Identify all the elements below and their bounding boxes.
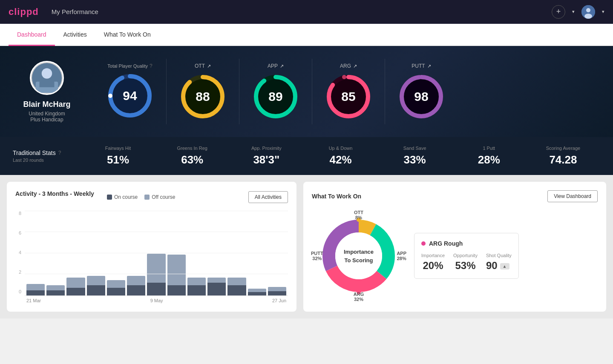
- shot-quality-badge: ▲: [500, 263, 509, 269]
- add-dropdown-arrow[interactable]: ▾: [572, 9, 575, 14]
- putt-segment-label: PUTT 32%: [311, 251, 323, 261]
- bar-on: [248, 292, 266, 295]
- score-block-arg: ARG ↗ 85: [312, 59, 385, 124]
- add-button[interactable]: +: [552, 5, 565, 19]
- bar-off: [127, 276, 145, 285]
- scores-section: Total Player Quality ? 94 OTT ↗: [94, 59, 600, 124]
- info-stat-shot-quality: Shot Quality 90 ▲: [486, 253, 512, 272]
- all-activities-button[interactable]: All Activities: [248, 191, 288, 203]
- bar-on: [127, 285, 145, 295]
- wtw-panel: What To Work On View Dashboard: [303, 182, 606, 312]
- activity-header: Activity - 3 Months - Weekly On course O…: [15, 190, 288, 204]
- svg-point-32: [389, 254, 393, 258]
- bar-on: [26, 290, 45, 295]
- info-card-title: ARG Rough: [421, 240, 512, 247]
- header-actions: + ▾ ▾: [552, 5, 604, 19]
- bar-on: [207, 283, 226, 295]
- bar-off: [248, 289, 266, 292]
- svg-rect-6: [40, 80, 55, 87]
- legend-on-course: On course: [107, 194, 138, 200]
- bar-off: [87, 276, 105, 285]
- chart-main: 21 Mar 9 May 27 Jun: [25, 211, 288, 303]
- stat-fairways-hit: Fairways Hit 51%: [81, 146, 155, 166]
- bar-group-5: [107, 280, 125, 295]
- bars-container: [25, 211, 288, 296]
- svg-point-25: [400, 95, 404, 99]
- bar-on: [167, 285, 186, 295]
- app-logo: clippd: [9, 6, 39, 17]
- tab-activities[interactable]: Activities: [55, 24, 95, 46]
- user-avatar[interactable]: [581, 5, 595, 19]
- player-avatar: [30, 61, 64, 95]
- stat-greens-in-reg: Greens In Reg 63%: [155, 146, 229, 166]
- wtw-content: ImportanceTo Scoring OTT 8% APP 28% ARG …: [312, 209, 598, 303]
- bar-on: [107, 288, 125, 295]
- svg-point-1: [586, 8, 590, 12]
- grid-line-8: [25, 211, 288, 211]
- tab-what-to-work-on[interactable]: What To Work On: [95, 24, 159, 46]
- arg-label: ARG ↗: [340, 63, 357, 69]
- bar-group-7: [147, 254, 165, 295]
- view-dashboard-button[interactable]: View Dashboard: [547, 190, 598, 202]
- ott-label: OTT ↗: [195, 63, 211, 69]
- bar-group-6: [127, 276, 145, 295]
- stats-label: Traditional Stats ? Last 20 rounds: [13, 149, 81, 163]
- ott-circle: 88: [179, 73, 226, 120]
- tab-dashboard[interactable]: Dashboard: [9, 24, 55, 46]
- arg-value: 85: [341, 89, 355, 104]
- tpq-info-icon[interactable]: ?: [150, 63, 153, 69]
- legend-off-course: Off course: [144, 194, 175, 200]
- putt-value: 98: [414, 89, 428, 104]
- bar-on: [227, 285, 246, 295]
- ott-value: 88: [196, 89, 210, 104]
- arg-arrow-icon: ↗: [353, 63, 357, 69]
- chart-legend: On course Off course: [107, 194, 240, 200]
- player-info: Blair McHarg United Kingdom Plus Handica…: [13, 61, 81, 123]
- bar-group-2: [46, 285, 65, 295]
- stat-up-and-down: Up & Down 42%: [303, 146, 377, 166]
- grid-line-4: [25, 253, 288, 253]
- svg-point-21: [342, 75, 346, 79]
- bar-off: [268, 287, 286, 291]
- bar-group-1: [26, 284, 45, 295]
- bar-on: [268, 291, 286, 295]
- header-title: My Performance: [52, 8, 552, 15]
- info-stat-opportunity: Opportunity 53%: [453, 253, 478, 272]
- svg-point-10: [108, 94, 112, 98]
- hero-section: Blair McHarg United Kingdom Plus Handica…: [0, 46, 613, 137]
- chart-area: 0 2 4 6 8: [15, 211, 288, 303]
- y-axis: 0 2 4 6 8: [15, 211, 21, 296]
- bar-on: [87, 285, 105, 295]
- info-card-dot: [421, 241, 426, 246]
- putt-arrow-icon: ↗: [427, 63, 431, 69]
- activity-panel: Activity - 3 Months - Weekly On course O…: [7, 182, 296, 312]
- info-card: ARG Rough Importance 20% Opportunity 53%…: [414, 233, 519, 279]
- putt-label: PUTT ↗: [412, 63, 431, 69]
- bar-off: [107, 280, 125, 288]
- bar-off: [26, 284, 45, 290]
- player-handicap: Plus Handicap: [30, 117, 63, 123]
- x-label-jun: 27 Jun: [272, 298, 286, 303]
- bottom-panels: Activity - 3 Months - Weekly On course O…: [0, 175, 613, 318]
- app-arrow-icon: ↗: [280, 63, 284, 69]
- bar-on: [147, 283, 165, 295]
- app-circle: 89: [252, 73, 299, 120]
- plus-icon: +: [556, 7, 561, 16]
- tpq-label: Total Player Quality ?: [107, 63, 152, 69]
- stat-1-putt: 1 Putt 28%: [452, 146, 526, 166]
- bar-off: [66, 278, 85, 288]
- user-dropdown-arrow[interactable]: ▾: [602, 9, 604, 14]
- bar-off: [227, 278, 246, 285]
- stats-subtitle: Last 20 rounds: [13, 158, 81, 163]
- grid-line-2: [25, 274, 288, 274]
- bar-group-12: [248, 289, 266, 295]
- activity-title: Activity - 3 Months - Weekly: [15, 190, 94, 197]
- bar-off: [46, 285, 65, 290]
- stats-info-icon[interactable]: ?: [58, 150, 61, 156]
- svg-point-34: [325, 254, 329, 258]
- bar-group-3: [66, 278, 85, 295]
- tpq-circle: 94: [106, 72, 153, 119]
- bar-off: [187, 278, 206, 285]
- svg-point-5: [42, 68, 52, 79]
- bar-on: [187, 285, 206, 295]
